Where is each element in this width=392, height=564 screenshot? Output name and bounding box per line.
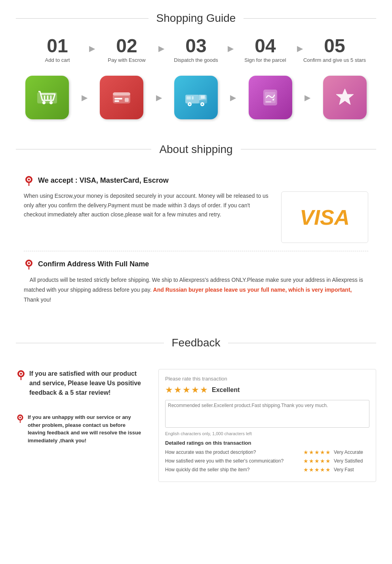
step-5-label: Confirm and give us 5 stars: [303, 57, 366, 64]
rating-label-1: Very Accurate: [334, 449, 369, 455]
about-shipping-title: About shipping: [151, 143, 240, 156]
icon-arrow-2: ▶: [153, 93, 165, 102]
shopping-guide-title: Shopping Guide: [148, 12, 244, 25]
rating-label-3: Very Fast: [334, 467, 369, 472]
svg-rect-5: [50, 96, 51, 99]
feedback-content: If you are satisfied with our product an…: [0, 365, 392, 498]
address-highlight: And Russian buyer please leave us your f…: [153, 287, 352, 293]
step-2: 02 Pay with Escrow: [95, 36, 158, 64]
visa-v-letter: V: [300, 205, 314, 229]
pin-icon-feedback-main: [16, 370, 26, 380]
step-3-number: 03: [185, 36, 206, 55]
feedback-line-left: [16, 343, 164, 343]
section-divider: [24, 251, 368, 251]
pin-icon-payment: [24, 176, 34, 186]
star-2: ★: [174, 385, 182, 395]
rating-stars-2: ★ ★ ★ ★ ★ Very Satisfied: [303, 458, 369, 464]
svg-point-1: [42, 101, 46, 104]
payment-section: We accept : VISA, MasterCard, Escrow Whe…: [24, 176, 368, 243]
svg-rect-3: [44, 96, 45, 99]
shipping-line-left: [16, 149, 151, 149]
address-body: All products will be tested strictly bef…: [24, 275, 368, 305]
svg-rect-22: [266, 101, 271, 102]
sign-icon: [249, 76, 292, 119]
step-4-label: Sign for the parcel: [244, 57, 286, 64]
comment-textarea[interactable]: [165, 400, 369, 428]
rating-stars-3: ★ ★ ★ ★ ★ Very Fast: [303, 466, 369, 473]
step-4-number: 04: [255, 36, 276, 55]
address-section: Confirm Address With Full Name All produ…: [24, 259, 368, 305]
stars-display: ★ ★ ★ ★ ★: [165, 385, 208, 395]
address-tail: Thank you!: [24, 296, 51, 303]
address-heading: Confirm Address With Full Name: [38, 260, 149, 268]
star-1: ★: [165, 385, 173, 395]
header-line-right: [244, 18, 376, 19]
small-star-3-5: ★: [325, 466, 331, 473]
icon-wrap-3: [165, 76, 227, 119]
feedback-sub-text: If you are unhappy with our service or a…: [28, 413, 143, 444]
payment-paragraph: When using Escrow,your money is deposite…: [24, 191, 269, 220]
rating-stars-1: ★ ★ ★ ★ ★ Very Accurate: [303, 449, 369, 455]
star-5: ★: [200, 385, 208, 395]
small-star-2-3: ★: [314, 458, 320, 464]
step-5: 05 Confirm and give us 5 stars: [303, 36, 366, 64]
step-1-label: Add to cart: [45, 57, 70, 64]
small-stars-1: ★ ★ ★ ★ ★: [303, 449, 331, 455]
shopping-guide-header: Shopping Guide: [16, 12, 376, 25]
arrow-2: ▶: [158, 36, 164, 53]
svg-point-29: [28, 262, 30, 264]
address-title-row: Confirm Address With Full Name: [24, 259, 368, 270]
small-star-1-5: ★: [325, 449, 331, 455]
cart-icon: [25, 76, 69, 119]
small-star-3-4: ★: [320, 466, 325, 473]
arrow-3: ▶: [228, 36, 234, 53]
icon-arrow-4: ▶: [302, 93, 314, 102]
svg-rect-17: [201, 96, 205, 99]
rate-label: Please rate this transaction: [165, 376, 369, 382]
icon-wrap-1: [16, 76, 78, 119]
svg-point-32: [20, 373, 22, 375]
svg-rect-8: [114, 98, 122, 99]
arrow-1: ▶: [89, 36, 95, 53]
svg-marker-23: [336, 89, 354, 105]
star-icon: [323, 76, 367, 119]
star-4: ★: [191, 385, 199, 395]
small-star-1-4: ★: [320, 449, 325, 455]
stars-row: ★ ★ ★ ★ ★ Excellent: [165, 385, 369, 395]
visa-isa-letters: ISA: [314, 205, 350, 229]
svg-rect-18: [186, 96, 194, 99]
rating-question-3: How quickly did the seller ship the item…: [165, 467, 249, 472]
pay-icon: [100, 76, 143, 119]
svg-point-2: [49, 101, 53, 104]
icon-arrow-1: ▶: [78, 93, 90, 102]
small-star-2-4: ★: [320, 458, 325, 464]
feedback-main-text: If you are satisfied with our product an…: [29, 369, 143, 398]
visa-box: VISA: [281, 191, 368, 243]
step-4: 04 Sign for the parcel: [234, 36, 297, 64]
svg-point-35: [19, 417, 21, 419]
rating-row-1: How accurate was the product description…: [165, 449, 369, 455]
steps-numbers-row: 01 Add to cart ▶ 02 Pay with Escrow ▶ 03…: [0, 33, 392, 72]
icon-wrap-2: [90, 76, 153, 119]
small-star-1-2: ★: [309, 449, 314, 455]
feedback-right-panel: Please rate this transaction ★ ★ ★ ★ ★ E…: [158, 369, 376, 482]
step-1-number: 01: [47, 36, 68, 55]
feedback-header: Feedback: [16, 336, 376, 349]
address-paragraph: All products will be tested strictly bef…: [24, 275, 368, 305]
rating-row-3: How quickly did the seller ship the item…: [165, 466, 369, 473]
rating-question-2: How satisfied were you with the seller's…: [165, 458, 284, 464]
icon-arrow-3: ▶: [227, 93, 239, 102]
icon-wrap-4: [239, 76, 302, 119]
payment-body-text: When using Escrow,your money is deposite…: [24, 191, 269, 222]
star-3: ★: [183, 385, 190, 395]
dispatch-icon: [174, 76, 218, 119]
shipping-content: We accept : VISA, MasterCard, Escrow Whe…: [0, 172, 392, 325]
char-count: English characters only, 1,000 character…: [165, 431, 369, 436]
svg-rect-10: [125, 98, 129, 102]
payment-heading: We accept : VISA, MasterCard, Escrow: [38, 176, 169, 185]
step-2-label: Pay with Escrow: [108, 57, 145, 64]
feedback-main-section: If you are satisfied with our product an…: [16, 369, 143, 405]
svg-rect-4: [47, 96, 48, 99]
feedback-line-right: [228, 343, 376, 343]
small-star-3-3: ★: [314, 466, 320, 473]
